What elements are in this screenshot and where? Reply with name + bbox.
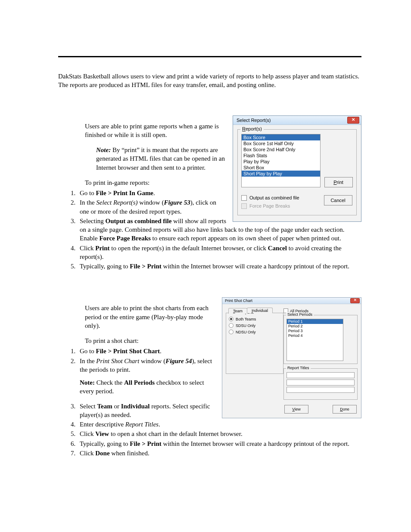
view-button[interactable]: View: [284, 405, 308, 414]
report-option[interactable]: Short Play by Play: [242, 171, 320, 177]
report-title-input-2[interactable]: [286, 380, 355, 386]
force-page-breaks-checkbox: Force Page Breaks: [241, 203, 323, 209]
top-divider: [58, 56, 361, 57]
dialog-title: Print Shot Chart: [225, 299, 252, 303]
step: Click Done when finished.: [77, 449, 361, 457]
done-button[interactable]: Done: [333, 405, 357, 414]
team-radio[interactable]: NDSU Only: [229, 330, 280, 334]
output-combined-checkbox[interactable]: Output as combined file: [241, 195, 323, 201]
step: Click View to open a shot chart in the d…: [77, 429, 361, 438]
close-icon[interactable]: ✕: [347, 117, 359, 124]
print-button[interactable]: Print: [324, 177, 353, 187]
tab-team[interactable]: Team: [228, 308, 247, 314]
intro-paragraph: DakStats Basketball allows users to view…: [58, 72, 361, 90]
report-title-input-3[interactable]: [286, 387, 355, 393]
reports-list[interactable]: Box ScoreBox Score 1st Half OnlyBox Scor…: [241, 134, 321, 187]
report-option[interactable]: Box Score 1st Half Only: [242, 140, 320, 146]
period-option[interactable]: Period 4: [287, 333, 343, 338]
periods-list[interactable]: Period 1Period 2Period 3Period 4: [286, 319, 343, 361]
step: Typically, going to File > Print within …: [77, 262, 361, 271]
report-option[interactable]: Flash Stats: [242, 152, 320, 159]
step: Enter descriptive Report Titles.: [77, 420, 361, 429]
step: Typically, going to File > Print within …: [77, 439, 361, 448]
report-option[interactable]: Play by Play: [242, 159, 320, 165]
select-reports-dialog: Select Report(s) ✕ Report(s) Box ScoreBo…: [233, 115, 361, 222]
team-radio[interactable]: Both Teams: [229, 317, 280, 321]
close-icon[interactable]: ✕: [350, 298, 360, 303]
period-option[interactable]: Period 1: [287, 319, 343, 324]
report-option[interactable]: Box Score: [242, 134, 320, 140]
cancel-button[interactable]: Cancel: [324, 195, 352, 205]
report-title-input-1[interactable]: [286, 372, 355, 378]
report-option[interactable]: Box Score 2nd Half Only: [242, 146, 320, 152]
dialog-title: Select Report(s): [237, 118, 271, 123]
period-option[interactable]: Period 3: [287, 329, 343, 333]
select-periods-group-label: Select Periods: [286, 312, 314, 317]
step: Click Print to open the report(s) in the…: [77, 244, 361, 261]
team-radio[interactable]: SDSU Only: [229, 323, 280, 328]
report-option[interactable]: Short Box: [242, 165, 320, 171]
report-titles-group-label: Report Titles: [286, 366, 311, 370]
tab-individual[interactable]: Individual: [247, 308, 273, 313]
period-option[interactable]: Period 2: [287, 324, 343, 329]
reports-group-label: Report(s): [240, 126, 264, 131]
print-shot-chart-dialog: Print Shot Chart ✕ Team Individual Team …: [222, 297, 361, 418]
